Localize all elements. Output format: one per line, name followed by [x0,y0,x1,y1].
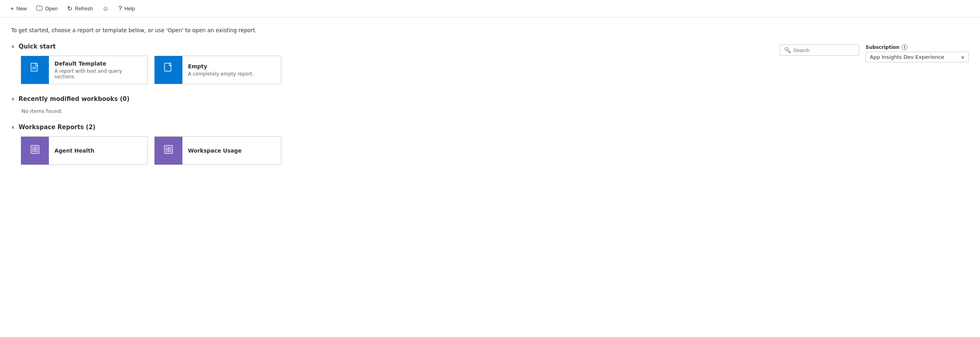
open-icon [36,5,43,12]
feedback-icon: ☺ [103,5,109,12]
agent-health-title: Agent Health [54,147,94,154]
no-items-text: No items found. [21,108,969,114]
intro-text: To get started, choose a report or templ… [11,27,969,33]
workspace-usage-title: Workspace Usage [188,147,242,154]
svg-rect-6 [35,147,37,149]
search-icon: 🔍 [784,47,791,53]
svg-rect-9 [165,145,172,153]
agent-health-text: Agent Health [49,143,100,158]
empty-title: Empty [188,63,254,70]
svg-rect-5 [33,147,35,149]
svg-rect-8 [35,150,37,152]
workspace-reports-header[interactable]: ∧ Workspace Reports (2) [11,124,969,131]
open-button[interactable]: Open [32,3,62,14]
workspace-reports-collapse-icon: ∧ [11,124,15,130]
help-label: Help [124,6,135,12]
svg-rect-4 [31,145,39,153]
help-icon: ? [118,5,122,12]
workspace-usage-text: Workspace Usage [182,143,247,158]
workspace-usage-icon-box [155,137,182,165]
recently-modified-collapse-icon: ∧ [11,96,15,102]
workspace-reports-section: ∧ Workspace Reports (2) [11,124,969,165]
workspace-usage-icon [163,144,174,157]
open-label: Open [45,6,58,12]
workspace-reports-cards: Agent Health Wor [21,136,969,165]
new-label: New [16,6,27,12]
default-template-desc: A report with text and query sections. [54,68,142,79]
subscription-label: Subscription i [866,45,969,50]
empty-icon-box [155,56,182,84]
document-icon [29,62,41,77]
search-input[interactable] [793,47,855,53]
empty-desc: A completely empty report. [188,71,254,77]
subscription-value: App Insights Dev Experience [870,54,944,60]
recently-modified-header[interactable]: ∧ Recently modified workbooks (0) [11,95,969,103]
default-template-text: Default Template A report with text and … [49,56,147,83]
empty-doc-icon [163,62,174,77]
search-box: 🔍 [780,45,859,56]
top-controls: 🔍 Subscription i App Insights Dev Experi… [780,45,969,62]
svg-rect-11 [169,147,171,149]
workspace-usage-card[interactable]: Workspace Usage [154,136,281,165]
quick-start-title: Quick start [19,43,56,50]
subscription-select[interactable]: App Insights Dev Experience ∨ [866,52,969,62]
subscription-chevron-icon: ∨ [961,54,965,60]
svg-rect-3 [165,63,171,71]
main-content: To get started, choose a report or templ… [0,17,980,186]
default-template-card[interactable]: Default Template A report with text and … [21,56,148,84]
quick-start-collapse-icon: ∧ [11,44,15,49]
recently-modified-title: Recently modified workbooks (0) [19,95,130,103]
refresh-icon: ↻ [67,5,72,12]
toolbar: + New Open ↻ Refresh ☺ ? Help [0,0,980,17]
subscription-group: Subscription i App Insights Dev Experien… [866,45,969,62]
refresh-button[interactable]: ↻ Refresh [63,3,97,14]
default-template-title: Default Template [54,60,142,67]
agent-health-card[interactable]: Agent Health [21,136,148,165]
help-button[interactable]: ? Help [114,3,139,14]
new-button[interactable]: + New [6,3,31,14]
workspace-reports-title: Workspace Reports (2) [19,124,95,131]
agent-health-icon-box [21,137,49,165]
agent-health-icon [29,144,41,157]
new-icon: + [10,5,14,12]
empty-text: Empty A completely empty report. [182,59,259,81]
empty-card[interactable]: Empty A completely empty report. [154,56,281,84]
recently-modified-section: ∧ Recently modified workbooks (0) No ite… [11,95,969,114]
svg-rect-13 [169,150,171,152]
svg-rect-12 [166,150,168,152]
svg-rect-10 [166,147,168,149]
svg-rect-7 [33,150,35,152]
feedback-button[interactable]: ☺ [99,3,113,14]
subscription-info-icon[interactable]: i [902,45,907,50]
refresh-label: Refresh [75,6,93,12]
default-template-icon-box [21,56,49,84]
